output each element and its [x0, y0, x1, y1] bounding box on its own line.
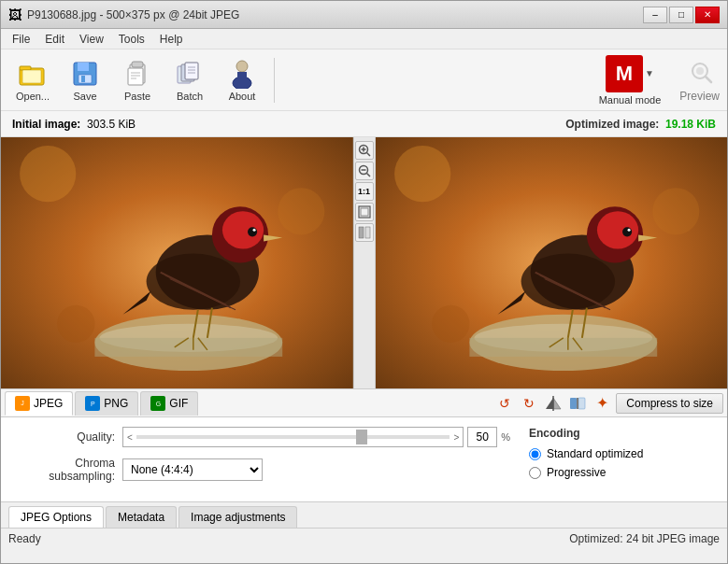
svg-point-27 [278, 188, 324, 234]
quality-slider-track[interactable] [136, 435, 450, 439]
svg-rect-85 [570, 398, 577, 409]
initial-size: 303.5 KiB [87, 118, 136, 131]
redo-button[interactable]: ↻ [519, 393, 539, 414]
svg-line-49 [366, 153, 370, 157]
mode-dropdown-arrow[interactable]: ▼ [645, 68, 654, 78]
quality-value[interactable]: 50 [467, 427, 497, 447]
fit-button[interactable] [355, 203, 374, 221]
menu-help[interactable]: Help [152, 31, 191, 48]
side-toolbar: 1:1 [353, 137, 376, 388]
svg-point-65 [596, 211, 637, 248]
split-view-button[interactable] [355, 223, 374, 242]
compare-button[interactable] [567, 393, 588, 414]
title-bar-left: 🖼 P9130688.jpg - 500×375 px @ 24bit JPEG [8, 7, 239, 22]
optimized-size: 19.18 KiB [665, 118, 716, 131]
svg-rect-21 [237, 72, 247, 83]
quality-pct: % [501, 431, 510, 443]
png-icon: P [85, 396, 100, 411]
about-label: About [229, 91, 256, 102]
quality-slider-wrapper: < > [122, 427, 464, 447]
tab-gif-label: GIF [169, 397, 188, 410]
manual-mode-label: Manual mode [599, 94, 662, 106]
original-image-panel [1, 137, 353, 388]
svg-rect-42 [94, 338, 282, 357]
svg-line-24 [706, 77, 711, 82]
image-info-bar: Initial image: 303.5 KiB Optimized image… [1, 111, 727, 137]
left-options: Quality: < > 50 % Chroma subsampling: No… [12, 427, 510, 492]
svg-line-53 [366, 174, 370, 177]
tab-image-adjustments[interactable]: Image adjustments [178, 506, 297, 528]
quality-right-arrow[interactable]: > [453, 432, 459, 443]
svg-rect-76 [469, 338, 657, 357]
initial-label: Initial image: 303.5 KiB [12, 118, 136, 131]
tabs-actions: ↺ ↻ ✦ Compress to size [494, 393, 723, 414]
tab-png[interactable]: P PNG [75, 391, 138, 416]
window-title: P9130688.jpg - 500×375 px @ 24bit JPEG [27, 8, 239, 21]
encoding-label: Encoding [529, 427, 716, 440]
status-optimized-info: Optimized: 24 bit JPEG image [569, 532, 720, 545]
svg-marker-83 [553, 398, 561, 409]
compress-button[interactable]: Compress to size [616, 393, 723, 414]
preview-icon [685, 58, 715, 88]
status-text: Ready [8, 532, 41, 545]
svg-rect-4 [78, 63, 89, 71]
save-label: Save [73, 91, 96, 102]
svg-point-68 [627, 229, 630, 232]
svg-rect-15 [185, 63, 198, 79]
open-button[interactable]: Open... [8, 54, 57, 106]
batch-button[interactable]: Batch [165, 54, 214, 106]
svg-point-33 [248, 227, 257, 236]
toolbar-separator [274, 58, 275, 103]
menu-file[interactable]: File [5, 31, 37, 48]
menu-tools[interactable]: Tools [111, 31, 152, 48]
zoom-in-button[interactable] [355, 141, 374, 160]
svg-point-61 [652, 188, 699, 234]
quality-slider-container: < > 50 % [122, 427, 510, 447]
svg-marker-82 [546, 398, 553, 409]
tab-jpeg-options[interactable]: JPEG Options [8, 506, 104, 528]
quality-slider-thumb[interactable] [356, 430, 367, 444]
preview-label: Preview [679, 90, 720, 103]
svg-point-35 [147, 253, 240, 309]
svg-point-28 [57, 305, 94, 343]
manual-mode-badge: M [606, 55, 643, 92]
svg-point-34 [253, 229, 256, 232]
svg-point-60 [394, 146, 450, 202]
settings-button[interactable]: ✦ [592, 393, 612, 414]
minimize-button[interactable]: – [643, 7, 667, 23]
encoding-progressive-label: Progressive [547, 466, 606, 479]
encoding-standard-label: Standard optimized [547, 447, 643, 460]
paste-label: Paste [124, 91, 150, 102]
flip-button[interactable] [543, 393, 564, 414]
encoding-standard-radio[interactable] [529, 448, 541, 460]
quality-left-arrow[interactable]: < [127, 432, 133, 443]
right-options: Encoding Standard optimized Progressive [529, 427, 716, 492]
tab-jpeg[interactable]: J JPEG [5, 391, 73, 416]
app-icon: 🖼 [8, 7, 21, 22]
undo-button[interactable]: ↺ [494, 393, 515, 414]
chroma-select[interactable]: None (4:4:4) 4:2:2 4:2:0 [122, 458, 263, 481]
tab-jpeg-label: JPEG [34, 397, 63, 410]
manual-mode-button[interactable]: M ▼ Manual mode [599, 55, 662, 106]
paste-button[interactable]: Paste [113, 54, 162, 106]
encoding-progressive-radio[interactable] [529, 467, 541, 479]
optimized-image [376, 137, 728, 388]
preview-button[interactable]: Preview [679, 58, 720, 103]
menu-edit[interactable]: Edit [37, 31, 72, 48]
chroma-row: Chroma subsampling: None (4:4:4) 4:2:2 4… [12, 457, 510, 483]
zoom-out-button[interactable] [355, 162, 374, 180]
save-button[interactable]: Save [61, 54, 109, 106]
bottom-tabs: JPEG Options Metadata Image adjustments [1, 501, 727, 528]
tab-gif[interactable]: G GIF [140, 391, 198, 416]
svg-rect-6 [81, 76, 85, 82]
menu-view[interactable]: View [72, 31, 111, 48]
tab-metadata[interactable]: Metadata [106, 506, 177, 528]
chroma-label: Chroma subsampling: [12, 457, 115, 483]
close-button[interactable]: ✕ [695, 7, 720, 23]
svg-rect-56 [361, 208, 368, 216]
maximize-button[interactable]: □ [669, 7, 693, 23]
zoom-1-1-button[interactable]: 1:1 [355, 182, 374, 201]
svg-rect-2 [22, 70, 41, 83]
about-button[interactable]: About [218, 54, 266, 106]
svg-rect-8 [132, 62, 143, 67]
